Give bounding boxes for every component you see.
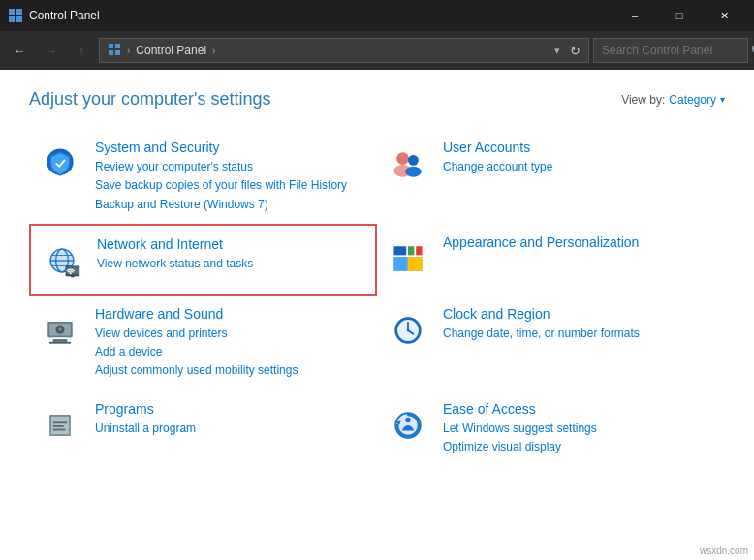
programs-icon [37,402,83,449]
hardware-sound-title[interactable]: Hardware and Sound [95,305,369,323]
address-bar: ← → ↑ › Control Panel › ▾ ↻ 🔍 [0,31,754,70]
programs-links: Uninstall a program [95,420,369,438]
clock-region-link-0[interactable]: Change date, time, or number formats [443,325,717,343]
svg-rect-3 [16,16,22,22]
ease-of-access-link-0[interactable]: Let Windows suggest settings [443,420,717,438]
network-internet-links: View network status and tasks [97,255,367,273]
search-box[interactable]: 🔍 [593,38,748,63]
hardware-sound-link-2[interactable]: Adjust commonly used mobility settings [95,361,369,380]
system-security-title[interactable]: System and Security [95,139,369,156]
svg-point-11 [408,155,419,166]
svg-rect-21 [71,275,75,277]
user-accounts-icon [385,140,431,187]
back-button[interactable]: ← [6,37,33,64]
search-input[interactable] [602,44,747,57]
svg-point-34 [58,327,62,331]
svg-point-22 [70,272,72,274]
address-segment-control-panel: Control Panel [136,44,206,57]
system-security-text: System and Security Review your computer… [95,139,369,214]
system-security-links: Review your computer's status Save backu… [95,158,369,214]
view-by-arrow-icon[interactable]: ▾ [720,94,725,105]
system-security-link-0[interactable]: Review your computer's status [95,158,369,176]
svg-rect-43 [53,421,68,423]
ease-of-access-title[interactable]: Ease of Access [443,400,717,418]
window-icon [8,8,23,23]
category-clock-region: Clock and Region Change date, time, or n… [377,296,725,390]
user-accounts-links: Change account type [443,158,717,176]
network-internet-link-0[interactable]: View network status and tasks [97,255,367,273]
svg-rect-1 [16,9,22,15]
programs-link-0[interactable]: Uninstall a program [95,420,369,438]
svg-rect-32 [49,342,71,344]
category-network-internet: Network and Internet View network status… [29,224,377,296]
svg-rect-6 [109,50,113,55]
close-button[interactable]: ✕ [702,0,746,31]
svg-point-48 [405,417,410,421]
ease-of-access-icon [385,402,431,449]
minimize-button[interactable]: – [613,0,657,31]
maximize-button[interactable]: □ [657,0,702,31]
svg-rect-7 [115,50,120,55]
hardware-sound-link-1[interactable]: Add a device [95,343,369,361]
hardware-sound-text: Hardware and Sound View devices and prin… [95,305,369,381]
system-security-link-2[interactable]: Backup and Restore (Windows 7) [95,196,369,214]
svg-rect-2 [9,16,15,22]
category-ease-of-access: Ease of Access Let Windows suggest setti… [377,390,725,467]
appearance-icon [385,235,431,282]
user-accounts-text: User Accounts Change account type [443,139,717,176]
category-user-accounts: User Accounts Change account type [377,129,725,224]
svg-point-9 [396,152,409,165]
ease-of-access-link-1[interactable]: Optimize visual display [443,438,717,456]
programs-title[interactable]: Programs [95,400,369,418]
svg-rect-23 [393,246,406,255]
ease-of-access-text: Ease of Access Let Windows suggest setti… [443,400,717,457]
ease-of-access-links: Let Windows suggest settings Optimize vi… [443,420,717,456]
svg-point-12 [405,167,421,177]
window: Control Panel – □ ✕ ← → ↑ › Control Pane… [0,0,754,560]
svg-point-40 [407,328,410,331]
svg-rect-24 [408,246,414,255]
main-content: Adjust your computer's settings View by:… [0,70,754,560]
view-by-value[interactable]: Category [669,93,716,107]
address-box[interactable]: › Control Panel › ▾ ↻ [99,38,589,63]
title-bar-text: Control Panel [29,9,613,22]
programs-text: Programs Uninstall a program [95,400,369,438]
title-bar-controls: – □ ✕ [613,0,746,31]
system-security-link-1[interactable]: Save backup copies of your files with Fi… [95,176,369,195]
system-security-icon [37,140,83,187]
svg-rect-20 [67,266,79,274]
svg-rect-27 [408,257,423,271]
network-internet-icon [39,237,85,284]
category-appearance: Appearance and Personalization [377,224,725,296]
category-hardware-sound: Hardware and Sound View devices and prin… [29,296,377,390]
svg-rect-4 [109,44,113,48]
page-title: Adjust your computer's settings [29,89,271,109]
hardware-sound-link-0[interactable]: View devices and printers [95,325,369,343]
clock-region-icon [385,307,431,354]
user-accounts-title[interactable]: User Accounts [443,139,717,156]
refresh-button[interactable]: ↻ [570,44,581,58]
forward-button[interactable]: → [37,37,64,64]
appearance-text: Appearance and Personalization [443,233,717,253]
up-button[interactable]: ↑ [68,37,95,64]
svg-rect-45 [53,428,66,430]
view-by: View by: Category ▾ [621,93,725,107]
svg-rect-25 [416,246,422,255]
svg-rect-5 [115,44,120,48]
svg-rect-44 [53,425,64,427]
network-internet-text: Network and Internet View network status… [97,235,367,273]
address-dropdown-icon: ▾ [554,45,560,57]
category-system-security: System and Security Review your computer… [29,129,377,224]
clock-region-text: Clock and Region Change date, time, or n… [443,305,717,343]
categories-grid: System and Security Review your computer… [29,129,725,466]
svg-rect-28 [393,257,406,271]
network-internet-title[interactable]: Network and Internet [97,235,367,253]
clock-region-title[interactable]: Clock and Region [443,305,717,323]
user-accounts-link-0[interactable]: Change account type [443,158,717,176]
address-icon [108,43,121,59]
svg-rect-31 [53,339,68,342]
view-by-label: View by: [621,93,665,107]
header-row: Adjust your computer's settings View by:… [29,89,725,109]
address-chevron: › [127,46,130,56]
appearance-title[interactable]: Appearance and Personalization [443,233,717,251]
